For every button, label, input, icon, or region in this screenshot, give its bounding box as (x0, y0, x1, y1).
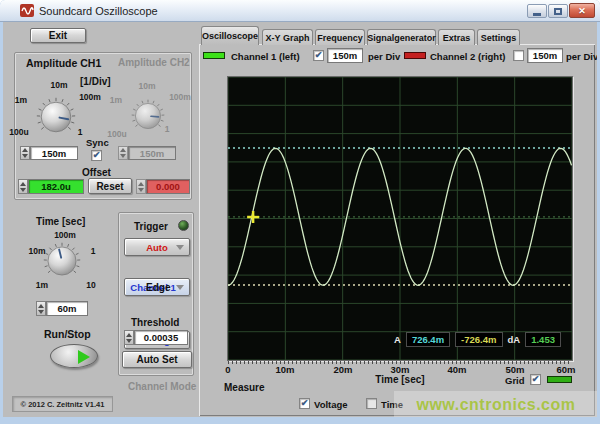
threshold-spinner[interactable] (124, 330, 134, 345)
play-icon (78, 350, 90, 364)
amplitude-ch2-knob[interactable] (131, 99, 165, 133)
ch1-scale-100u: 100u (4, 127, 34, 137)
cursor-a-value: 726.4m (406, 332, 450, 347)
trigger-title: Trigger (134, 221, 168, 232)
trigger-mode-dropdown[interactable]: Auto (124, 238, 190, 256)
amplitude-ch2-title: Amplitude CH2 (118, 57, 190, 68)
ch1-scale-10m: 10m (46, 80, 72, 90)
edge-label: Edge (146, 282, 170, 293)
measure-title: Measure (224, 382, 265, 393)
copyright-text: © 2012 C. Zeitnitz V1.41 (12, 396, 113, 412)
channel1-color-swatch (203, 52, 225, 59)
channel1-per-div-label: per Div (368, 51, 400, 62)
time-value-field[interactable]: 60m (46, 301, 88, 316)
ch2-scale-100m: 100m (164, 92, 196, 102)
offset-reset-button[interactable]: Reset (88, 178, 132, 194)
channel2-label: Channel 2 (right) (430, 51, 505, 62)
channel2-checkbox[interactable] (513, 50, 524, 61)
amplitude-ch1-title: Amplitude CH1 (26, 57, 101, 69)
amplitude-ch1-knob[interactable] (36, 97, 76, 137)
ch1-offset-spinner[interactable] (18, 179, 28, 194)
grid-checkbox[interactable] (530, 374, 541, 385)
minimize-button[interactable] (527, 4, 547, 18)
app-window: Soundcard Oszilloscope ✕ Exit Amplitude … (0, 0, 600, 424)
x-tick-0: 0 (208, 364, 248, 375)
channel2-scale-field[interactable]: 150m (527, 48, 563, 63)
delta-a-label: dA (508, 334, 521, 345)
cursor-b-value: -726.4m (455, 332, 502, 347)
voltage-label: Voltage (314, 399, 348, 410)
ch1-value-field[interactable]: 150m (30, 146, 78, 160)
ch1-scale-1m: 1m (10, 95, 32, 105)
time-scale-1: 1 (86, 246, 100, 256)
chevron-down-icon (176, 245, 184, 250)
ch1-offset-field[interactable]: 182.0u (28, 179, 84, 194)
close-icon: ✕ (578, 6, 586, 16)
tab-settings[interactable]: Settings (477, 29, 520, 45)
x-axis-title: Time [sec] (360, 374, 440, 385)
amplitude-unit-label: [1/Div] (80, 76, 111, 87)
title-bar[interactable]: Soundcard Oszilloscope ✕ (0, 0, 600, 22)
auto-set-button[interactable]: Auto Set (122, 351, 192, 368)
sync-label: Sync (86, 137, 109, 148)
time-value-spinner[interactable] (36, 301, 46, 316)
x-tick-10m: 10m (265, 364, 305, 375)
waveform-canvas[interactable] (228, 77, 572, 360)
trigger-mode-value: Auto (146, 242, 168, 253)
ch1-value-spinner[interactable] (20, 146, 30, 160)
maximize-button[interactable] (548, 4, 568, 18)
close-button[interactable]: ✕ (569, 3, 595, 18)
time-knob[interactable] (43, 242, 81, 280)
window-border-bottom (0, 417, 600, 424)
cursor-a-label: A (394, 334, 401, 345)
ch2-scale-10m: 10m (134, 81, 160, 91)
x-tick-60m: 60m (546, 364, 586, 375)
threshold-label: Threshold (131, 317, 179, 328)
time-scale-100m: 100m (48, 230, 82, 240)
maximize-icon (554, 8, 562, 15)
channel1-checkbox[interactable] (313, 50, 324, 61)
ch2-scale-1m: 1m (105, 95, 127, 105)
x-tick-50m: 50m (495, 364, 535, 375)
threshold-field[interactable]: 0.00035 (134, 330, 188, 345)
time-checkbox[interactable] (366, 398, 377, 409)
tab-extras[interactable]: Extras (438, 29, 475, 45)
voltage-checkbox[interactable] (299, 398, 310, 409)
x-tick-20m: 20m (323, 364, 363, 375)
tab-oscilloscope[interactable]: Oscilloscope (201, 26, 259, 45)
offset-label: Offset (82, 167, 111, 178)
scope-display[interactable]: A 726.4m -726.4m dA 1.453 (227, 76, 573, 361)
channel-mode-label: Channel Mode (128, 381, 196, 392)
chevron-down-icon (176, 285, 184, 290)
run-stop-label: Run/Stop (44, 328, 91, 340)
tab-signalgenerator[interactable]: Signalgenerator (367, 29, 436, 45)
ch2-offset-field: 0.000 (146, 179, 190, 194)
ch2-value-field: 150m (128, 146, 176, 160)
minimize-icon (533, 13, 541, 16)
watermark-text: www.cntronics.com (416, 396, 575, 414)
cursor-readout: A 726.4m -726.4m dA 1.453 (394, 331, 561, 348)
trigger-led (178, 220, 189, 231)
run-stop-button[interactable] (50, 344, 98, 368)
time-scale-1m: 1m (31, 280, 53, 290)
ch1-scale-100m: 100m (74, 92, 106, 102)
time-title: Time [sec] (36, 216, 85, 227)
watermark: www.cntronics.com (394, 391, 598, 419)
x-tick-40m: 40m (437, 364, 477, 375)
grid-color-swatch (547, 376, 572, 383)
ch2-value-spinner[interactable] (118, 146, 128, 160)
window-border-left (0, 22, 3, 417)
app-icon (20, 3, 35, 18)
tab-xy-graph[interactable]: X-Y Graph (262, 29, 313, 45)
ch2-offset-spinner[interactable] (136, 179, 146, 194)
time-scale-10: 10 (82, 280, 100, 290)
tab-frequency[interactable]: Frequency (315, 29, 365, 45)
channel1-scale-field[interactable]: 150m (327, 48, 363, 63)
sync-checkbox[interactable] (91, 150, 102, 161)
exit-button[interactable]: Exit (30, 28, 86, 43)
window-title: Soundcard Oszilloscope (39, 5, 158, 17)
channel1-label: Channel 1 (left) (231, 51, 300, 62)
channel2-color-swatch (404, 52, 426, 59)
channel2-per-div-label: per Div (566, 51, 598, 62)
grid-label: Grid (505, 375, 525, 386)
